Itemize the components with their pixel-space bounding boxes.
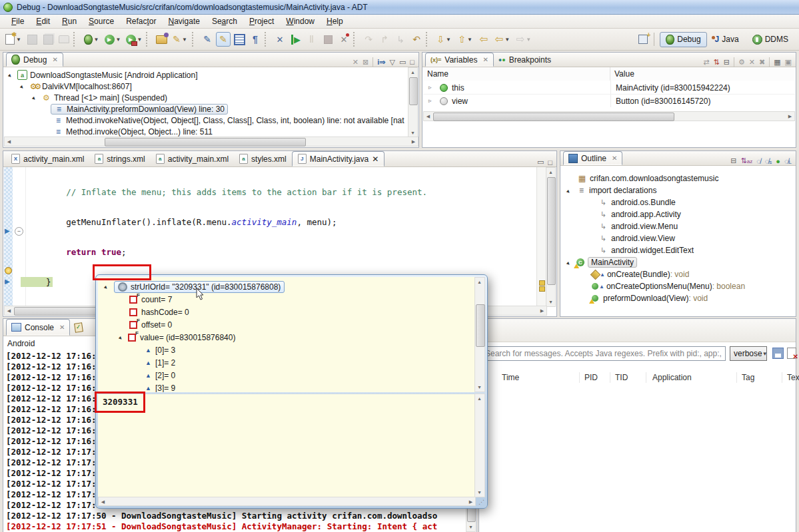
outline-row-class[interactable]: ▾ C MainActivity (566, 256, 637, 268)
open-perspective-button[interactable]: + (636, 32, 650, 47)
inspect-root-row[interactable]: ▾ strUrlOrId= "3209331" (id=830015876808… (104, 280, 285, 293)
logcat-level-dropdown[interactable]: verbose▼ (730, 346, 767, 361)
outline-row-import[interactable]: ↳android.os.Bundle (598, 196, 676, 208)
expander-icon[interactable]: ▾ (19, 82, 27, 91)
drop-to-frame-button[interactable]: ↶ (409, 32, 424, 47)
expander-icon[interactable]: ▹ (428, 85, 434, 91)
close-icon[interactable]: ✕ (52, 56, 57, 63)
show-logical-structures-icon[interactable]: ⇅ (713, 58, 719, 67)
suspend-button[interactable]: ‖ (305, 32, 319, 47)
menu-run[interactable]: Run (56, 15, 83, 27)
tree-row-selected[interactable]: ≡ MainActivity.preformDownload(View) lin… (51, 103, 228, 115)
collapse-all-icon[interactable]: ⊟ (730, 156, 736, 165)
column-header-tid[interactable]: TID (615, 371, 628, 384)
expander-icon[interactable]: ▾ (565, 186, 574, 195)
pin-view-icon[interactable]: ▣ (785, 58, 792, 67)
tab-debug[interactable]: Debug✕ (6, 53, 63, 67)
tree-row[interactable]: ▾ ⚙ Thread [<1> main] (Suspended) (32, 92, 167, 103)
column-header-pid[interactable]: PID (584, 371, 598, 384)
logcat-search-input[interactable] (482, 346, 726, 361)
inspect-row[interactable]: ▲[2]= 0 (145, 369, 175, 382)
view-menu-icon[interactable]: ▽ (389, 58, 395, 67)
outline-row-package[interactable]: ▦ crifan.com.downloadsongtastemusic (577, 172, 718, 184)
new-view-icon[interactable]: ▦ (774, 58, 780, 67)
resume-button[interactable]: ▶ (289, 32, 303, 47)
vertical-scrollbar[interactable]: ▲ ▼ (408, 67, 418, 138)
tab-variables[interactable]: (x)= Variables✕ (425, 53, 494, 67)
close-icon[interactable]: ✕ (482, 56, 488, 63)
close-icon[interactable]: ✕ (372, 154, 379, 164)
column-header-text[interactable]: Text (787, 371, 799, 384)
resize-grip[interactable]: ⋰ (478, 499, 484, 505)
perspective-java[interactable]: JJava (710, 33, 744, 46)
outline-row-method[interactable]: ▲ onCreate(Bundle) : void (592, 268, 689, 280)
popup-detail-scrollbar[interactable]: ▲ ▼ (474, 394, 485, 497)
column-header-tag[interactable]: Tag (742, 371, 754, 384)
tab-outline[interactable]: Outline✕ (563, 151, 622, 165)
overview-ruler[interactable] (536, 167, 546, 307)
expander-icon[interactable]: ▾ (565, 258, 574, 267)
inspect-row-clipped[interactable]: ▲[4]= 3 (145, 390, 175, 392)
show-whitespace-button[interactable]: ¶ (248, 32, 263, 47)
open-type-button[interactable] (154, 32, 169, 47)
step-into-button[interactable]: ↷ (361, 32, 376, 47)
step-return-button[interactable]: ↳ (393, 32, 408, 47)
debug-tree[interactable]: ▾ a DownloadSongtasteMusic [Android Appl… (4, 67, 408, 138)
expander-icon[interactable]: ▾ (31, 93, 39, 102)
step-over-button[interactable]: ↱ (377, 32, 392, 47)
external-tools-button[interactable]: ▶▼ (124, 32, 144, 47)
mark-occurrences-button[interactable]: ✎ (216, 32, 231, 47)
hide-fields-icon[interactable]: ◌̸ (756, 157, 761, 165)
menu-file[interactable]: File (5, 15, 30, 27)
inspect-tree[interactable]: ▾ strUrlOrId= "3209331" (id=830015876808… (98, 277, 476, 392)
tree-row[interactable]: ≡ Method.invoke(Object, Object...) line:… (53, 126, 213, 137)
menu-project[interactable]: Project (243, 15, 280, 27)
menu-window[interactable]: Window (280, 15, 321, 27)
tree-row[interactable]: ≡ Method.invokeNative(Object, Object[], … (53, 115, 404, 126)
new-wizard-button[interactable]: ✱▼ (3, 32, 23, 47)
disconnect-button[interactable]: ✕ (337, 32, 351, 47)
popup-horizontal-scrollbar[interactable]: ◀ ▶ (98, 497, 476, 506)
outline-row-import[interactable]: ↳android.widget.EditText (598, 244, 694, 256)
tree-row[interactable]: ▾ a DownloadSongtasteMusic [Android Appl… (8, 69, 197, 81)
outline-row-import[interactable]: ↳android.view.View (598, 232, 675, 244)
inspect-row[interactable]: ▲[1]= 2 (145, 356, 175, 369)
outline-row-imports[interactable]: ▾ ≡ import declarations (566, 184, 656, 196)
inspect-row[interactable]: count= 7 (129, 293, 172, 306)
expander-icon[interactable]: ▹ (428, 98, 434, 104)
vertical-scrollbar[interactable]: ▲ ▼ (546, 167, 556, 307)
annotation-ruler[interactable] (4, 167, 13, 307)
tree-row[interactable]: ▾ ⚙⚙ DalvikVM[localhost:8607] (20, 81, 132, 92)
inspect-row[interactable]: ▲[0]= 3 (145, 344, 175, 356)
warning-marker[interactable] (539, 280, 545, 286)
variables-table[interactable]: ▹ this MainActivity (id=830015942224) ▹ … (423, 81, 795, 107)
clear-log-icon[interactable]: ✕ (787, 348, 796, 359)
next-annotation-button[interactable]: ⇩▼ (434, 32, 454, 47)
save-button[interactable] (25, 32, 39, 47)
column-header-application[interactable]: Application (652, 371, 692, 384)
tab-strings-xml[interactable]: astrings.xml (89, 151, 150, 166)
run-button[interactable]: ▶▼ (103, 32, 123, 47)
terminate-button[interactable] (321, 32, 335, 47)
close-icon[interactable]: ✕ (59, 324, 65, 331)
outline-row-import[interactable]: ↳android.app.Activity (598, 208, 681, 220)
column-header-name[interactable]: Name (423, 67, 610, 81)
inspect-detail-pane[interactable]: 3209331 (98, 394, 476, 498)
forward-button[interactable]: ⇨▼ (514, 32, 534, 47)
variable-row-this[interactable]: ▹ this (428, 81, 464, 94)
expander-icon[interactable]: ▾ (7, 71, 15, 79)
menu-search[interactable]: Search (206, 15, 243, 27)
minimize-icon[interactable]: ▭ (537, 158, 544, 166)
hide-non-public-icon[interactable]: ● (776, 157, 780, 165)
maximize-icon[interactable]: □ (410, 58, 414, 66)
back-button[interactable]: ⇦▼ (492, 32, 512, 47)
menu-source[interactable]: Source (83, 15, 120, 27)
perspective-debug[interactable]: Debug (660, 32, 706, 47)
skip-all-breakpoints-button[interactable]: ✕ (273, 32, 287, 47)
print-button[interactable] (57, 32, 71, 47)
tab-activity-main-xml-2[interactable]: aactivity_main.xml (151, 151, 234, 166)
remove-terminated-icon[interactable]: ✕ (353, 58, 359, 67)
minimize-icon[interactable]: ▭ (399, 58, 406, 67)
menu-refactor[interactable]: Refactor (120, 15, 162, 27)
expander-icon[interactable]: ▾ (117, 333, 126, 342)
